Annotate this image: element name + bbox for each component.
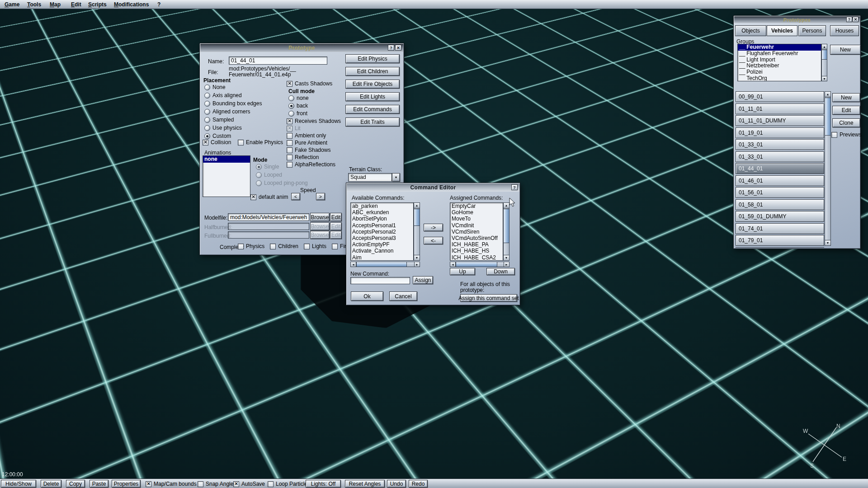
menu-modifications[interactable]: Modifications [114, 0, 149, 9]
render-option-checkbox[interactable]: Reflection [287, 154, 341, 160]
lights-toggle-button[interactable]: Lights: Off [306, 480, 341, 488]
tab-objects[interactable]: Objects [735, 25, 766, 36]
modelfile-browse-button[interactable]: Browse [310, 213, 330, 221]
group-list-item[interactable]: __Flughafen Feuerwehr [738, 51, 821, 57]
placement-radio[interactable]: Aligned corners [204, 108, 262, 115]
ok-button[interactable]: Ok [351, 291, 383, 301]
scrollbar-thumb[interactable] [414, 209, 420, 226]
prototype-list-item[interactable]: 01_11_01_DUMMY [736, 115, 824, 126]
new-group-button[interactable]: New [830, 45, 861, 55]
available-command-item[interactable]: ab_parken [351, 203, 413, 209]
reset-angles-button[interactable]: Reset Angles [345, 480, 385, 488]
placement-radio[interactable]: Bounding box edges [204, 100, 262, 107]
complete-checkbox[interactable]: Lights [304, 243, 326, 249]
close-icon[interactable]: ✕ [853, 17, 859, 22]
scroll-right-icon[interactable]: ► [414, 262, 420, 267]
edit-section-button[interactable]: Edit Traits [345, 117, 400, 127]
speed-decrease-button[interactable]: < [291, 193, 300, 200]
mode-radio[interactable]: Looped [256, 172, 308, 178]
properties-button[interactable]: Properties [112, 480, 141, 488]
prototype-list-item[interactable] [736, 247, 824, 248]
autosave-checkbox[interactable]: AutoSave [233, 481, 265, 487]
available-command-item[interactable]: ABC_erkunden [351, 209, 413, 216]
scroll-up-icon[interactable]: ▲ [504, 203, 509, 208]
prototype-list-item[interactable]: 01_33_01 [736, 139, 824, 150]
menu-map[interactable]: Map [50, 0, 61, 9]
help-icon[interactable]: ? [846, 17, 852, 22]
available-command-item[interactable]: AcceptsPersonal1 [351, 222, 413, 229]
prototype-list-item[interactable]: 01_46_01 [736, 175, 824, 186]
available-command-item[interactable]: Activate_Cannon [351, 248, 413, 254]
assigned-command-item[interactable]: VCmdAutoSirenOff [450, 235, 503, 241]
tab-houses[interactable]: Houses [830, 25, 859, 36]
scroll-right-icon[interactable]: ► [504, 262, 509, 267]
hide-show-button[interactable]: Hide/Show [1, 480, 36, 488]
move-down-button[interactable]: Down [486, 268, 515, 275]
undo-button[interactable]: Undo [387, 480, 406, 488]
available-command-item[interactable]: AcceptsPersonal3 [351, 235, 413, 241]
prototype-list-item[interactable]: 01_79_01 [736, 235, 824, 246]
render-option-checkbox[interactable]: Fake Shadows [287, 147, 341, 153]
tab-persons[interactable]: Persons [798, 25, 826, 36]
render-option-checkbox[interactable]: Lit [287, 125, 341, 131]
prototype-list-item[interactable]: 01_11_01 [736, 103, 824, 114]
assigned-command-item[interactable]: VCmdSiren [450, 229, 503, 235]
available-vertical-scrollbar[interactable]: ▲ ▼ [414, 202, 420, 261]
placement-radio[interactable]: Use physics [204, 125, 262, 131]
loop-particles-checkbox[interactable]: Loop Particles [268, 481, 310, 487]
cancel-button[interactable]: Cancel [389, 291, 417, 301]
scroll-down-icon[interactable]: ▼ [504, 255, 509, 260]
scrollbar-thumb[interactable] [504, 209, 509, 243]
prototype-list-item[interactable]: 01_44_01 [736, 163, 824, 174]
speed-increase-button[interactable]: > [316, 193, 325, 200]
render-option-checkbox[interactable]: Ambient only [287, 132, 341, 139]
remove-command-button[interactable]: <- [424, 237, 443, 244]
delete-button[interactable]: Delete [41, 480, 61, 488]
prototype-list-item[interactable]: 01_59_01_DUMMY [736, 211, 824, 222]
assigned-horizontal-scrollbar[interactable]: ◄ ► [450, 262, 509, 267]
help-icon[interactable]: ? [388, 45, 394, 51]
placement-radio[interactable]: Axis aligned [204, 92, 262, 99]
prototype-dialog-titlebar[interactable]: Prototype ? ✕ [200, 44, 403, 52]
prototype-list-item[interactable]: 01_58_01 [736, 199, 824, 210]
group-list-item[interactable]: __TechOrg [738, 75, 821, 81]
mode-radio[interactable]: Single [256, 164, 308, 170]
scroll-down-icon[interactable]: ▼ [414, 255, 420, 260]
chevron-down-icon[interactable]: ▼ [392, 173, 400, 182]
new-command-input[interactable] [350, 277, 410, 284]
casts-shadows-checkbox[interactable]: Casts Shadows [287, 80, 332, 87]
prototypes-panel-titlebar[interactable]: Prototypes ? ✕ [734, 16, 860, 23]
complete-checkbox[interactable]: Physics [238, 243, 264, 249]
assign-button[interactable]: Assign [413, 276, 433, 284]
scrollbar-thumb[interactable] [822, 50, 827, 60]
assigned-vertical-scrollbar[interactable]: ▲ ▼ [503, 202, 509, 261]
move-up-button[interactable]: Up [450, 268, 475, 275]
assigned-command-item[interactable]: ICH_HABE_PA [450, 241, 503, 248]
edit-prototype-button[interactable]: Edit [832, 106, 860, 115]
scroll-down-icon[interactable]: ▼ [822, 76, 827, 81]
help-icon[interactable]: ? [511, 184, 518, 190]
menu-edit[interactable]: Edit [71, 0, 81, 9]
complete-checkbox[interactable]: Children [270, 243, 298, 249]
tab-vehicles[interactable]: Vehicles [767, 25, 797, 36]
available-horizontal-scrollbar[interactable]: ◄ ► [350, 262, 420, 267]
group-list-item[interactable]: __Polizei [738, 69, 821, 75]
render-option-checkbox[interactable]: Pure Ambient [287, 140, 341, 146]
animation-list-item[interactable]: none [203, 156, 250, 163]
scrollbar-thumb[interactable] [456, 262, 497, 267]
scrollbar-thumb[interactable] [825, 98, 830, 136]
scroll-left-icon[interactable]: ◄ [351, 262, 356, 267]
enable-physics-checkbox[interactable]: Enable Physics [238, 139, 283, 145]
modelfile-edit-button[interactable]: Edit [330, 213, 342, 221]
group-list-item[interactable]: __Feuerwehr [738, 44, 821, 51]
previews-checkbox[interactable]: Previews [831, 131, 862, 138]
terrain-class-dropdown[interactable]: Squad ▼ [348, 173, 400, 182]
map-cam-bounds-checkbox[interactable]: Map/Cam bounds [146, 481, 197, 487]
edit-section-button[interactable]: Edit Children [345, 67, 400, 76]
paste-button[interactable]: Paste [90, 480, 108, 488]
scrollbar-thumb[interactable] [356, 262, 407, 267]
cull-mode-radio[interactable]: front [288, 110, 309, 117]
edit-section-button[interactable]: Edit Fire Objects [345, 80, 400, 89]
prototype-list-item[interactable]: 01_33_01 [736, 151, 824, 162]
placement-radio[interactable]: Sampled [204, 117, 262, 123]
